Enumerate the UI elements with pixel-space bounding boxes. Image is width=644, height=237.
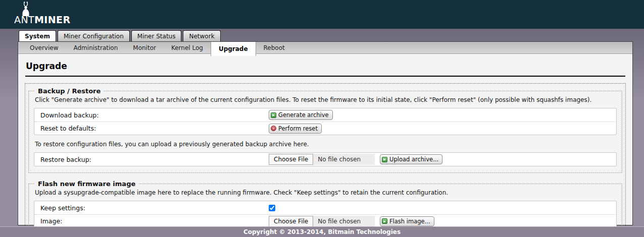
flash-firmware-legend: Flash new firmware image xyxy=(35,180,138,188)
go-icon: ▶ xyxy=(382,157,387,162)
go-icon: ▶ xyxy=(382,218,387,224)
subtab-kernel-log[interactable]: Kernel Log xyxy=(164,42,211,53)
tab-miner-status[interactable]: Miner Status xyxy=(131,30,182,41)
file-status-text: No file chosen xyxy=(318,156,361,163)
main-tab-bar: System Miner Configuration Miner Status … xyxy=(18,30,633,41)
flash-image-label: Flash image... xyxy=(389,218,430,225)
table-row: Restore backup: Choose File No file chos… xyxy=(34,153,616,166)
tab-miner-configuration[interactable]: Miner Configuration xyxy=(58,30,130,41)
subtab-monitor[interactable]: Monitor xyxy=(125,42,164,53)
generate-archive-label: Generate archive xyxy=(278,111,329,118)
upload-archive-button[interactable]: ▶ Upload archive... xyxy=(380,154,442,164)
choose-file-button[interactable]: Choose File xyxy=(269,154,313,165)
footer: Copyright © 2013-2014, Bitmain Technolog… xyxy=(0,226,644,237)
choose-file-button[interactable]: Choose File xyxy=(269,216,313,227)
header: ANTMINER xyxy=(0,0,644,29)
image-label: Image: xyxy=(35,217,269,225)
backup-table: Download backup: ▶ Generate archive Rese… xyxy=(34,108,617,135)
backup-restore-section: Backup / Restore Click "Generate archive… xyxy=(28,87,622,173)
table-row: Download backup: ▶ Generate archive xyxy=(34,108,616,122)
panel-content: Upgrade Backup / Restore Click "Generate… xyxy=(18,54,632,237)
restore-note: To restore configuration files, you can … xyxy=(35,141,617,148)
sub-tab-bar: Overview Administration Monitor Kernel L… xyxy=(18,42,632,54)
keep-settings-checkbox[interactable] xyxy=(269,205,275,211)
antminer-logo: ANTMINER xyxy=(14,15,644,25)
logo-miner-text: MINER xyxy=(34,14,71,25)
tab-network[interactable]: Network xyxy=(183,30,220,41)
content-panel: Overview Administration Monitor Kernel L… xyxy=(18,41,633,225)
file-status-text: No file chosen xyxy=(318,218,361,225)
perform-reset-label: Perform reset xyxy=(278,125,318,132)
backup-restore-legend: Backup / Restore xyxy=(35,87,104,95)
table-row: Reset to defaults: ✕ Perform reset xyxy=(34,122,616,135)
flash-table: Keep settings: Image: Choose File xyxy=(34,201,617,228)
flash-image-button[interactable]: ▶ Flash image... xyxy=(380,216,434,226)
table-row: Keep settings: xyxy=(34,201,616,214)
restore-backup-label: Restore backup: xyxy=(35,156,269,163)
restore-file-input[interactable]: Choose File No file chosen xyxy=(269,154,375,165)
image-file-input[interactable]: Choose File No file chosen xyxy=(269,216,375,227)
subtab-reboot[interactable]: Reboot xyxy=(256,42,292,53)
reset-defaults-label: Reset to defaults: xyxy=(35,125,269,132)
main-area: System Miner Configuration Miner Status … xyxy=(0,29,644,226)
logo-ant-text: ANT xyxy=(14,14,34,25)
backup-restore-description: Click "Generate archive" to download a t… xyxy=(35,96,617,103)
page-title: Upgrade xyxy=(26,61,626,71)
subtab-administration[interactable]: Administration xyxy=(66,42,126,53)
page: ANTMINER System Miner Configuration Mine… xyxy=(0,0,644,237)
perform-reset-button[interactable]: ✕ Perform reset xyxy=(269,124,322,134)
flash-firmware-description: Upload a sysupgrade-compatible image her… xyxy=(35,189,617,196)
tab-system[interactable]: System xyxy=(19,30,56,41)
generate-archive-button[interactable]: ▶ Generate archive xyxy=(269,110,333,120)
upgrade-form: Backup / Restore Click "Generate archive… xyxy=(25,83,626,237)
keep-settings-label: Keep settings: xyxy=(35,204,269,212)
table-row: Image: Choose File No file chosen ▶ Flas… xyxy=(34,214,616,227)
restore-table: Restore backup: Choose File No file chos… xyxy=(34,152,617,166)
go-icon: ▶ xyxy=(271,112,276,118)
copyright-text: Copyright © 2013-2014, Bitmain Technolog… xyxy=(243,228,401,235)
reset-icon: ✕ xyxy=(271,126,276,131)
download-backup-label: Download backup: xyxy=(35,111,269,119)
subtab-overview[interactable]: Overview xyxy=(22,42,66,53)
upload-archive-label: Upload archive... xyxy=(389,156,438,163)
subtab-upgrade[interactable]: Upgrade xyxy=(211,42,256,56)
title-divider xyxy=(25,76,625,77)
